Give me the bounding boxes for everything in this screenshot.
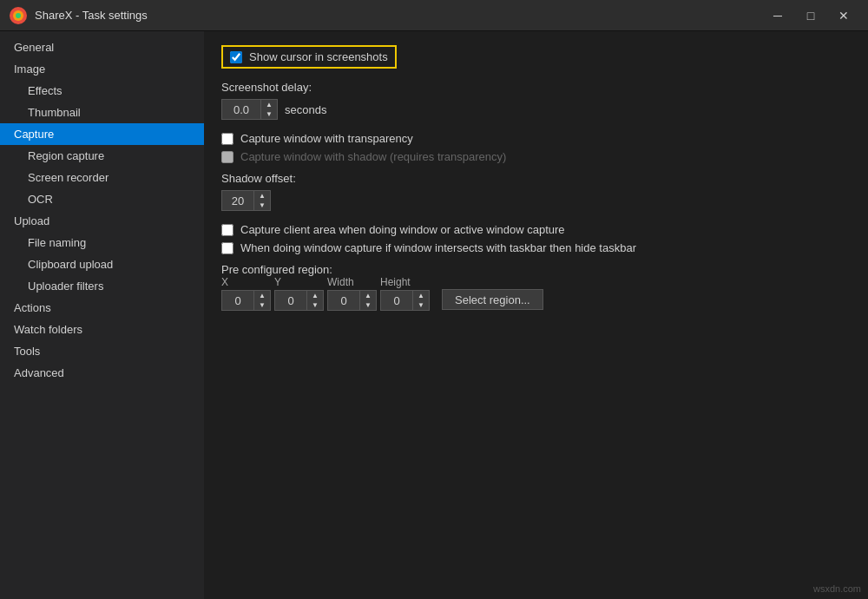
maximize-button[interactable]: □ <box>795 3 826 28</box>
y-up-button[interactable]: ▲ <box>307 291 323 300</box>
minimize-button[interactable]: ─ <box>762 3 793 28</box>
select-region-button[interactable]: Select region... <box>442 289 543 310</box>
width-input[interactable] <box>328 291 359 310</box>
x-down-button[interactable]: ▼ <box>254 300 270 310</box>
x-label: X <box>221 276 228 288</box>
sidebar-item-general[interactable]: General <box>0 36 204 58</box>
y-down-button[interactable]: ▼ <box>307 300 323 310</box>
width-down-button[interactable]: ▼ <box>360 300 376 310</box>
shadow-down-button[interactable]: ▼ <box>254 201 270 210</box>
sidebar-item-thumbnail[interactable]: Thumbnail <box>0 102 204 123</box>
shadow-offset-label: Shadow offset: <box>221 172 851 185</box>
height-up-button[interactable]: ▲ <box>413 291 429 300</box>
pre-configured-region-label: Pre configured region: <box>221 263 332 276</box>
region-fields: X ▲ ▼ Y ▲ ▼ <box>221 276 851 311</box>
sidebar-item-image[interactable]: Image <box>0 58 204 80</box>
height-label: Height <box>380 276 411 288</box>
sidebar-item-upload[interactable]: Upload <box>0 210 204 232</box>
screenshot-delay-input[interactable] <box>222 100 260 119</box>
shadow-up-button[interactable]: ▲ <box>254 191 270 201</box>
width-label: Width <box>327 276 354 288</box>
capture-transparency-row: Capture window with transparency <box>221 132 851 145</box>
hide-taskbar-row: When doing window capture if window inte… <box>221 241 851 254</box>
capture-client-area-label[interactable]: Capture client area when doing window or… <box>240 223 565 236</box>
capture-client-area-row: Capture client area when doing window or… <box>221 223 851 236</box>
width-field-group: Width ▲ ▼ <box>327 276 377 311</box>
close-button[interactable]: ✕ <box>828 3 859 28</box>
capture-shadow-label: Capture window with shadow (requires tra… <box>240 150 506 163</box>
seconds-label: seconds <box>285 103 326 116</box>
capture-shadow-row: Capture window with shadow (requires tra… <box>221 150 851 163</box>
width-up-button[interactable]: ▲ <box>360 291 376 300</box>
watermark: wsxdn.com <box>813 583 861 594</box>
sidebar-item-tools[interactable]: Tools <box>0 340 204 362</box>
show-cursor-checkbox[interactable] <box>230 51 242 63</box>
capture-transparency-checkbox[interactable] <box>221 133 233 145</box>
x-input[interactable] <box>222 291 253 310</box>
show-cursor-highlight: Show cursor in screenshots <box>221 45 397 69</box>
sidebar-item-file-naming[interactable]: File naming <box>0 232 204 253</box>
sidebar-item-ocr[interactable]: OCR <box>0 188 204 210</box>
app-logo <box>9 6 28 25</box>
y-input[interactable] <box>275 291 306 310</box>
svg-point-2 <box>16 13 21 18</box>
x-up-button[interactable]: ▲ <box>254 291 270 300</box>
main-layout: GeneralImageEffectsThumbnailCaptureRegio… <box>0 31 868 599</box>
height-input[interactable] <box>381 291 412 310</box>
window-title: ShareX - Task settings <box>35 9 762 22</box>
sidebar-item-watch-folders[interactable]: Watch folders <box>0 319 204 340</box>
screenshot-delay-spinner: ▲ ▼ <box>221 99 278 120</box>
shadow-offset-spinner: ▲ ▼ <box>221 190 271 211</box>
sidebar-item-region-capture[interactable]: Region capture <box>0 145 204 167</box>
shadow-offset-input[interactable] <box>222 191 253 210</box>
screenshot-delay-label: Screenshot delay: <box>221 81 851 94</box>
sidebar-item-actions[interactable]: Actions <box>0 297 204 319</box>
y-label: Y <box>274 276 281 288</box>
capture-transparency-label[interactable]: Capture window with transparency <box>240 132 413 145</box>
titlebar: ShareX - Task settings ─ □ ✕ <box>0 0 868 31</box>
sidebar-item-clipboard-upload[interactable]: Clipboard upload <box>0 253 204 275</box>
delay-down-button[interactable]: ▼ <box>261 109 277 119</box>
window-controls: ─ □ ✕ <box>762 3 859 28</box>
sidebar-item-effects[interactable]: Effects <box>0 80 204 102</box>
sidebar-item-uploader-filters[interactable]: Uploader filters <box>0 275 204 297</box>
x-field-group: X ▲ ▼ <box>221 276 271 311</box>
sidebar-item-capture[interactable]: Capture <box>0 123 204 145</box>
hide-taskbar-checkbox[interactable] <box>221 242 233 254</box>
height-down-button[interactable]: ▼ <box>413 300 429 310</box>
sidebar: GeneralImageEffectsThumbnailCaptureRegio… <box>0 31 204 599</box>
delay-up-button[interactable]: ▲ <box>261 100 277 109</box>
capture-client-area-checkbox[interactable] <box>221 224 233 236</box>
sidebar-item-screen-recorder[interactable]: Screen recorder <box>0 167 204 188</box>
sidebar-item-advanced[interactable]: Advanced <box>0 362 204 384</box>
content-area: Show cursor in screenshots Screenshot de… <box>204 31 868 599</box>
capture-shadow-checkbox[interactable] <box>221 151 233 163</box>
hide-taskbar-label[interactable]: When doing window capture if window inte… <box>240 241 636 254</box>
height-field-group: Height ▲ ▼ <box>380 276 430 311</box>
y-field-group: Y ▲ ▼ <box>274 276 324 311</box>
show-cursor-label[interactable]: Show cursor in screenshots <box>249 50 388 63</box>
